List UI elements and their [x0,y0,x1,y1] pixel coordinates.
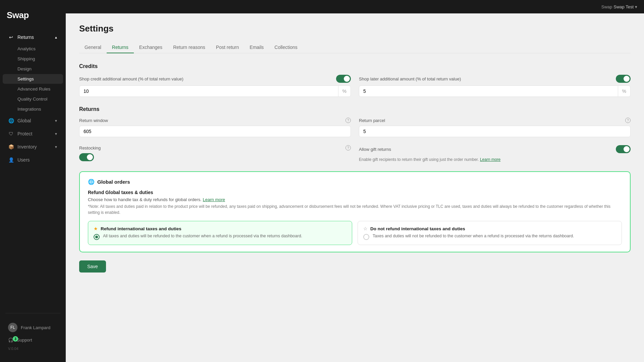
return-window-row: Return window ? [79,118,351,137]
refund-option-1-radio[interactable] [94,234,100,240]
sidebar-item-shipping[interactable]: Shipping [3,54,63,64]
shop-later-input-wrapper: % [359,85,631,97]
allow-gift-toggle[interactable] [616,145,631,153]
shop-credit-unit: % [338,86,351,97]
refund-option-1-body: All taxes and duties will be refunded to… [94,233,346,240]
sidebar-item-design[interactable]: Design [3,64,63,74]
sidebar-returns-label: Returns [17,35,34,40]
allow-gift-label: Allow gift returns [359,147,391,152]
tab-exchanges[interactable]: Exchanges [134,42,168,53]
shop-credit-input[interactable] [79,86,338,97]
tab-return-reasons[interactable]: Return reasons [168,42,211,53]
sidebar-inventory-label: Inventory [17,144,37,149]
top-bar: Swap Swap Test ▾ [66,0,644,13]
refund-option-2-radio[interactable] [363,234,369,240]
save-button[interactable]: Save [79,260,106,273]
return-window-input-wrapper [79,126,351,137]
app-logo: Swap [0,7,66,31]
shop-credit-input-wrapper: % [79,85,351,97]
shop-later-toggle[interactable] [616,75,631,83]
global-icon: 🌐 [8,118,14,124]
sidebar-global-label: Global [17,118,31,123]
restocking-help-icon[interactable]: ? [345,145,351,150]
returns-icon: ↩ [8,34,14,40]
return-parcel-help-icon[interactable]: ? [625,118,631,123]
inventory-icon: 📦 [8,144,14,150]
allow-gift-row: Allow gift returns Enable gift recipient… [359,145,631,162]
refund-option-2-header: ☆ Do not refund international taxes and … [363,226,616,231]
sidebar: Swap ↩ Returns ▲ Analytics Shipping Desi… [0,0,66,362]
support-button[interactable]: 🎧 Support 3 [3,335,63,345]
shop-credit-label: Shop credit additional amount (% of tota… [79,76,183,81]
star-filled-icon: ★ [94,226,98,231]
refund-option-1-desc: All taxes and duties will be refunded to… [103,233,302,239]
refund-option-refund-international[interactable]: ★ Refund international taxes and duties … [88,221,352,245]
tab-general[interactable]: General [79,42,107,53]
allow-gift-learn-more-link[interactable]: Learn more [480,157,500,162]
user-name: Frank Lampard [21,325,50,330]
sidebar-item-settings[interactable]: Settings [3,74,63,84]
shop-later-label: Shop later additional amount (% of total… [359,76,461,81]
refund-option-2-desc: Taxes and duties will not be refunded to… [373,233,574,239]
sidebar-item-advanced-rules[interactable]: Advanced Rules [3,84,63,94]
support-label: Support [17,338,32,343]
allow-gift-desc: Enable gift recipients to return their g… [359,157,631,162]
store-chevron-icon: ▾ [635,4,637,9]
sidebar-item-quality-control[interactable]: Quality Control [3,94,63,104]
global-orders-title: Global orders [97,179,130,185]
tab-returns[interactable]: Returns [107,42,134,53]
refund-options: ★ Refund international taxes and duties … [88,221,622,245]
returns-grid: Return window ? Return parcel ? [79,118,631,162]
tabs: General Returns Exchanges Return reasons… [79,42,631,53]
refund-option-no-refund-international[interactable]: ☆ Do not refund international taxes and … [358,221,622,245]
sidebar-item-global[interactable]: 🌐 Global ▼ [3,114,63,127]
returns-chevron: ▲ [54,36,58,39]
tab-post-return[interactable]: Post return [211,42,244,53]
return-parcel-row: Return parcel ? [359,118,631,137]
return-window-help-icon[interactable]: ? [345,118,351,123]
returns-section-title: Returns [79,106,631,112]
refund-option-2-body: Taxes and duties will not be refunded to… [363,233,616,240]
users-icon: 👤 [8,157,14,163]
sidebar-protect-label: Protect [17,131,32,136]
return-parcel-input[interactable] [359,126,630,137]
sidebar-nav: ↩ Returns ▲ Analytics Shipping Design Se… [0,31,66,310]
globe-icon: 🌐 [88,179,95,185]
sidebar-item-analytics[interactable]: Analytics [3,44,63,54]
return-window-label: Return window ? [79,118,351,123]
store-selector[interactable]: Swap Swap Test ▾ [601,4,637,9]
refund-title: Refund Global taxes & duties [88,190,622,195]
restocking-toggle[interactable] [79,153,94,161]
sidebar-bottom: FL Frank Lampard 🎧 Support 3 V.0.04 [0,317,66,355]
store-name: Swap Test [613,4,634,9]
global-orders-header: 🌐 Global orders [88,179,622,185]
refund-note: *Note: All taxes and duties paid in rela… [88,203,622,216]
refund-option-1-header: ★ Refund international taxes and duties [94,226,346,231]
shop-later-input[interactable] [359,86,618,97]
restocking-row: Restocking ? [79,145,351,162]
sidebar-item-users[interactable]: 👤 Users [3,154,63,166]
sidebar-item-protect[interactable]: 🛡 Protect ▼ [3,127,63,140]
global-orders-box: 🌐 Global orders Refund Global taxes & du… [79,171,631,252]
store-prefix: Swap [601,4,612,9]
main-wrapper: Swap Swap Test ▾ Settings General Return… [66,0,644,362]
refund-option-1-title: Refund international taxes and duties [101,226,181,231]
shop-credit-row: Shop credit additional amount (% of tota… [79,75,351,97]
sidebar-divider [5,313,60,313]
global-chevron: ▼ [54,119,58,123]
shop-credit-toggle[interactable] [336,75,351,83]
shop-later-row: Shop later additional amount (% of total… [359,75,631,97]
refund-learn-more-link[interactable]: Learn more [203,197,225,202]
sidebar-item-integrations[interactable]: Integrations [3,104,63,114]
refund-option-2-title: Do not refund international taxes and du… [370,226,465,231]
return-window-input[interactable] [79,126,351,137]
restocking-label: Restocking ? [79,145,351,150]
user-profile[interactable]: FL Frank Lampard [3,320,63,335]
sidebar-item-inventory[interactable]: 📦 Inventory ▼ [3,140,63,153]
page-content: Settings General Returns Exchanges Retur… [66,13,644,362]
protect-icon: 🛡 [8,131,14,137]
sidebar-item-returns[interactable]: ↩ Returns ▲ [3,31,63,44]
tab-emails[interactable]: Emails [244,42,269,53]
tab-collections[interactable]: Collections [269,42,303,53]
credits-section-title: Credits [79,63,631,69]
